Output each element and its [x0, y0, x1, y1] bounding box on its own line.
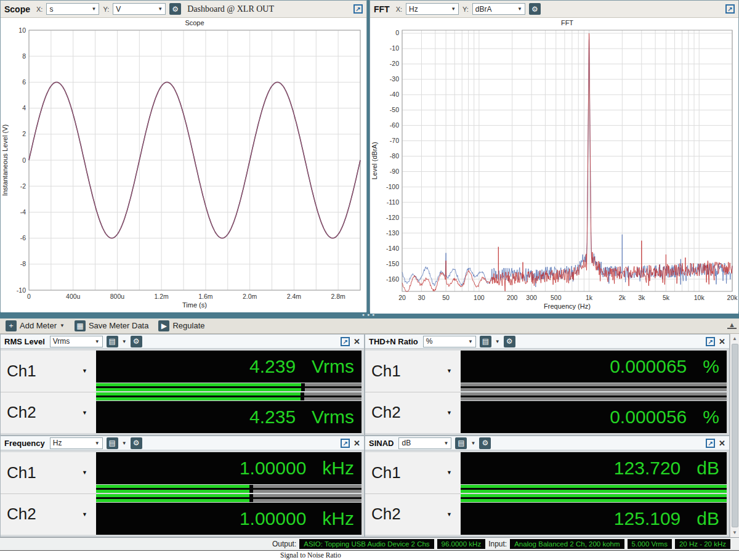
channel-selector-ch2[interactable]: Ch2▼ [365, 392, 461, 434]
save-meter-data-icon: ▦ [75, 320, 86, 331]
svg-text:-70: -70 [390, 137, 399, 144]
settings-gear-icon[interactable]: ⚙ [131, 336, 142, 347]
close-icon[interactable]: ✕ [353, 337, 360, 346]
ch2-label: Ch2 [371, 505, 401, 524]
svg-text:Time (s): Time (s) [182, 301, 207, 309]
fft-y-unit-dropdown[interactable]: dBrA▼ [472, 3, 525, 15]
frequency-ch2-display: 1.00000kHz [96, 503, 361, 535]
fft-header: FFT X: Hz▼ Y: dBrA▼ ⚙ ↗ [370, 1, 738, 18]
scope-settings-gear-icon[interactable]: ⚙ [169, 3, 181, 15]
sinad-unit-dropdown[interactable]: dB▼ [398, 437, 451, 449]
chevron-down-icon: ▼ [95, 339, 100, 344]
sinad-unit-value: dB [402, 439, 411, 447]
rms-ch1-display: 4.239Vrms [96, 351, 361, 383]
scrollbar-thumb[interactable] [732, 344, 738, 527]
meters-scrollbar[interactable]: ▲ ▼ [730, 334, 739, 537]
frequency-displays: 1.00000kHz 1.00000kHz [96, 452, 361, 535]
popout-icon[interactable]: ↗ [706, 439, 715, 448]
svg-text:1.6m: 1.6m [198, 293, 213, 300]
fft-x-label: X: [396, 6, 402, 13]
output-device-badge[interactable]: ASIO: Topping USB Audio Device 2 Chs [299, 539, 434, 549]
save-meter-data-button[interactable]: ▦ Save Meter Data [71, 319, 152, 333]
chevron-down-icon: ▼ [470, 440, 475, 446]
input-range-badge[interactable]: 5.000 Vrms [628, 539, 672, 549]
chevron-down-icon: ▼ [446, 368, 452, 374]
frequency-body: Ch1▼ Ch2▼ 1.00000kHz 1.00000kHz [1, 450, 364, 537]
svg-text:-10: -10 [17, 286, 26, 294]
channel-selector-ch1[interactable]: Ch1▼ [1, 452, 96, 494]
svg-text:100: 100 [474, 294, 485, 301]
channel-selector-ch1[interactable]: Ch1▼ [365, 452, 461, 494]
input-bandwidth-badge[interactable]: 20 Hz - 20 kHz [675, 539, 730, 549]
svg-text:-110: -110 [387, 198, 399, 206]
dock-panel-icon[interactable]: ▲ [727, 322, 737, 329]
popout-icon[interactable]: ↗ [706, 337, 715, 346]
popout-icon[interactable]: ↗ [341, 337, 350, 346]
sinad-ch1-display: 123.720dB [461, 452, 727, 484]
thdn-unit-dropdown[interactable]: %▼ [423, 336, 476, 347]
svg-text:500: 500 [551, 294, 562, 301]
close-icon[interactable]: ✕ [719, 337, 725, 346]
fft-y-unit-value: dBrA [475, 5, 492, 14]
svg-text:FFT: FFT [561, 19, 573, 26]
sinad-ch2-value: 125.109 [614, 508, 680, 529]
fft-x-unit-dropdown[interactable]: Hz▼ [406, 3, 459, 15]
close-icon[interactable]: ✕ [353, 439, 360, 448]
frequency-ch1-display: 1.00000kHz [96, 452, 361, 484]
frequency-unit-dropdown[interactable]: Hz▼ [50, 437, 103, 449]
channel-selector-ch2[interactable]: Ch2▼ [365, 494, 461, 535]
output-samplerate-badge[interactable]: 96.0000 kHz [437, 539, 486, 549]
settings-gear-icon[interactable]: ⚙ [479, 437, 491, 449]
svg-text:8: 8 [22, 52, 26, 60]
meter-panel-thdn-ratio: THD+N Ratio %▼ ▤▼ ⚙ ↗ ✕ Ch1▼ Ch2▼ 0.0000… [365, 334, 730, 436]
channel-selector-ch1[interactable]: Ch1▼ [365, 351, 461, 392]
meter-style-icon[interactable]: ▤ [480, 336, 491, 347]
close-icon[interactable]: ✕ [719, 439, 725, 448]
channel-selector-ch1[interactable]: Ch1▼ [1, 351, 96, 392]
chevron-down-icon: ▼ [82, 469, 87, 476]
sinad-ch1-unit: dB [697, 458, 719, 479]
popout-icon[interactable]: ↗ [341, 439, 350, 448]
meter-style-icon[interactable]: ▤ [455, 437, 467, 449]
fft-settings-gear-icon[interactable]: ⚙ [529, 3, 541, 15]
sinad-ch1-value: 123.720 [614, 458, 680, 479]
scroll-up-icon[interactable]: ▲ [730, 334, 739, 343]
scope-popout-icon[interactable]: ↗ [353, 4, 363, 14]
rms-channel-labels: Ch1▼ Ch2▼ [1, 351, 96, 433]
svg-text:-50: -50 [390, 106, 399, 113]
add-meter-button[interactable]: ＋ Add Meter ▼ [2, 319, 68, 333]
rms-ch1-unit: Vrms [312, 356, 354, 377]
channel-selector-ch2[interactable]: Ch2▼ [1, 392, 96, 434]
sinad-body: Ch1▼ Ch2▼ 123.720dB 125.109dB [365, 450, 729, 537]
chevron-down-icon: ▼ [495, 339, 500, 344]
settings-gear-icon[interactable]: ⚙ [131, 437, 142, 449]
scope-panel: Scope X: s▼ Y: V▼ ⚙ Dashboard @ XLR OUT … [0, 0, 367, 312]
svg-text:-150: -150 [386, 260, 399, 267]
scope-x-unit-dropdown[interactable]: s▼ [46, 3, 99, 15]
thdn-body: Ch1▼ Ch2▼ 0.000065% 0.000056% [365, 349, 729, 435]
meter-style-icon[interactable]: ▤ [107, 437, 118, 449]
chevron-down-icon: ▼ [446, 511, 452, 517]
meter-style-icon[interactable]: ▤ [107, 336, 118, 347]
fft-chart[interactable]: 0-10-20-30-40-50-60-70-80-90-100-110-120… [370, 18, 738, 314]
svg-text:0: 0 [27, 293, 31, 300]
fft-popout-icon[interactable]: ↗ [725, 4, 735, 14]
ch1-label: Ch1 [7, 362, 36, 381]
input-config-badge[interactable]: Analog Balanced 2 Ch, 200 kohm [510, 539, 624, 549]
channel-selector-ch2[interactable]: Ch2▼ [1, 494, 96, 535]
settings-gear-icon[interactable]: ⚙ [504, 336, 515, 347]
scope-y-unit-dropdown[interactable]: V▼ [113, 3, 166, 15]
thdn-title: THD+N Ratio [369, 337, 418, 346]
chevron-down-icon: ▼ [446, 410, 452, 416]
scope-chart[interactable]: -10-8-6-4-202468100400u800u1.2m1.6m2.0m2… [1, 18, 366, 312]
save-meter-data-label: Save Meter Data [89, 321, 149, 330]
scope-x-unit-value: s [49, 5, 53, 14]
svg-text:10: 10 [18, 26, 26, 34]
regulate-button[interactable]: ▶ Regulate [155, 319, 208, 333]
ch1-label: Ch1 [371, 463, 401, 482]
scroll-down-icon[interactable]: ▼ [730, 528, 739, 537]
svg-text:Frequency (Hz): Frequency (Hz) [544, 302, 591, 310]
rms-unit-dropdown[interactable]: Vrms▼ [50, 336, 103, 347]
svg-text:5k: 5k [663, 294, 670, 301]
frequency-ch1-bar-meter [96, 485, 361, 493]
